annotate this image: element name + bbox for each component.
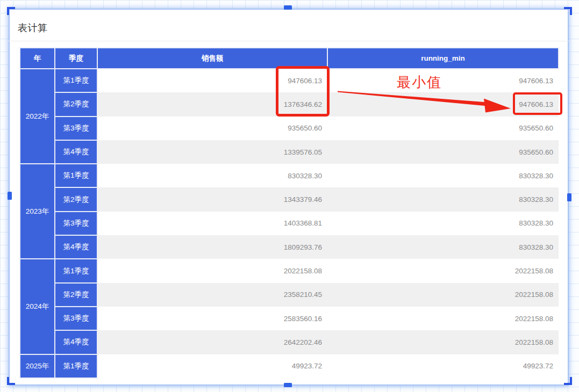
quarter-cell: 第2季度 bbox=[55, 92, 97, 116]
running-min-cell: 830328.30 bbox=[327, 187, 559, 211]
table-row: 2024年第1季度2022158.082022158.08 bbox=[20, 259, 559, 282]
quarter-cell: 第4季度 bbox=[55, 140, 97, 164]
canvas: { "title": "表计算", "table": { "headers": … bbox=[0, 0, 579, 392]
table-row: 第3季度935650.60935650.60 bbox=[20, 117, 559, 140]
selection-corner-top-left[interactable] bbox=[7, 7, 15, 15]
selection-handle-top[interactable] bbox=[284, 5, 292, 10]
running-min-cell: 830328.30 bbox=[327, 235, 559, 259]
selection-corner-bottom-left[interactable] bbox=[7, 377, 15, 385]
sales-cell: 1339576.05 bbox=[97, 140, 327, 164]
sales-cell: 1403368.81 bbox=[97, 212, 327, 235]
quarter-cell: 第3季度 bbox=[55, 212, 97, 235]
annotation-label: 最小值 bbox=[397, 73, 442, 92]
running-min-cell: 830328.30 bbox=[327, 212, 559, 235]
year-cell: 2022年 bbox=[20, 69, 55, 164]
quarter-cell: 第3季度 bbox=[55, 307, 97, 330]
selection-handle-left[interactable] bbox=[8, 192, 12, 200]
annotation-box-sales bbox=[276, 66, 330, 117]
year-cell: 2024年 bbox=[20, 259, 55, 354]
table-row: 第4季度1339576.05935650.60 bbox=[20, 140, 559, 164]
running-min-cell: 935650.60 bbox=[327, 140, 559, 164]
table-row: 2025年第1季度49923.7249923.72 bbox=[20, 354, 559, 378]
running-min-cell: 49923.72 bbox=[327, 354, 559, 378]
table-row: 第2季度1343379.46830328.30 bbox=[20, 187, 559, 211]
sales-cell: 2642202.46 bbox=[97, 330, 327, 354]
quarter-cell: 第1季度 bbox=[55, 354, 97, 378]
header-running-min[interactable]: running_min bbox=[327, 48, 559, 69]
table-row: 第2季度2358210.452022158.08 bbox=[20, 283, 559, 307]
sales-cell: 49923.72 bbox=[97, 354, 327, 378]
selection-corner-top-right[interactable] bbox=[564, 7, 572, 15]
quarter-cell: 第4季度 bbox=[55, 235, 97, 259]
table-row: 第4季度2642202.462022158.08 bbox=[20, 330, 559, 354]
table-row: 第4季度1809293.76830328.30 bbox=[20, 235, 559, 259]
sales-cell: 2022158.08 bbox=[97, 259, 327, 282]
sales-cell: 935650.60 bbox=[97, 117, 327, 140]
running-min-cell: 2022158.08 bbox=[327, 307, 559, 330]
running-min-cell: 2022158.08 bbox=[327, 330, 559, 354]
quarter-cell: 第4季度 bbox=[55, 330, 97, 354]
quarter-cell: 第1季度 bbox=[55, 69, 97, 92]
quarter-cell: 第2季度 bbox=[55, 187, 97, 211]
table-row: 2023年第1季度830328.30830328.30 bbox=[20, 164, 559, 187]
widget-title: 表计算 bbox=[18, 21, 48, 34]
header-quarter[interactable]: 季度 bbox=[55, 48, 97, 69]
header-year[interactable]: 年 bbox=[20, 48, 55, 69]
running-min-cell: 935650.60 bbox=[327, 117, 559, 140]
quarter-cell: 第1季度 bbox=[55, 259, 97, 282]
sales-cell: 2583560.16 bbox=[97, 307, 327, 330]
quarter-cell: 第3季度 bbox=[55, 117, 97, 140]
sales-cell: 830328.30 bbox=[97, 164, 327, 187]
selection-handle-bottom[interactable] bbox=[284, 383, 292, 387]
running-min-cell: 947606.13 bbox=[327, 69, 559, 92]
table-row: 第3季度1403368.81830328.30 bbox=[20, 212, 559, 235]
annotation-box-running-min bbox=[513, 92, 562, 115]
sales-cell: 2358210.45 bbox=[97, 283, 327, 307]
year-cell: 2023年 bbox=[20, 164, 55, 259]
title-divider bbox=[9, 41, 569, 41]
sales-cell: 1809293.76 bbox=[97, 235, 327, 259]
quarter-cell: 第2季度 bbox=[55, 283, 97, 307]
selection-handle-right[interactable] bbox=[567, 193, 571, 201]
running-min-cell: 2022158.08 bbox=[327, 259, 559, 282]
sales-cell: 1343379.46 bbox=[97, 187, 327, 211]
selection-corner-bottom-right[interactable] bbox=[564, 377, 572, 385]
running-min-cell: 2022158.08 bbox=[327, 283, 559, 307]
running-min-cell: 830328.30 bbox=[327, 164, 559, 187]
table-row: 第3季度2583560.162022158.08 bbox=[20, 307, 559, 330]
year-cell: 2025年 bbox=[20, 354, 55, 378]
quarter-cell: 第1季度 bbox=[55, 164, 97, 187]
